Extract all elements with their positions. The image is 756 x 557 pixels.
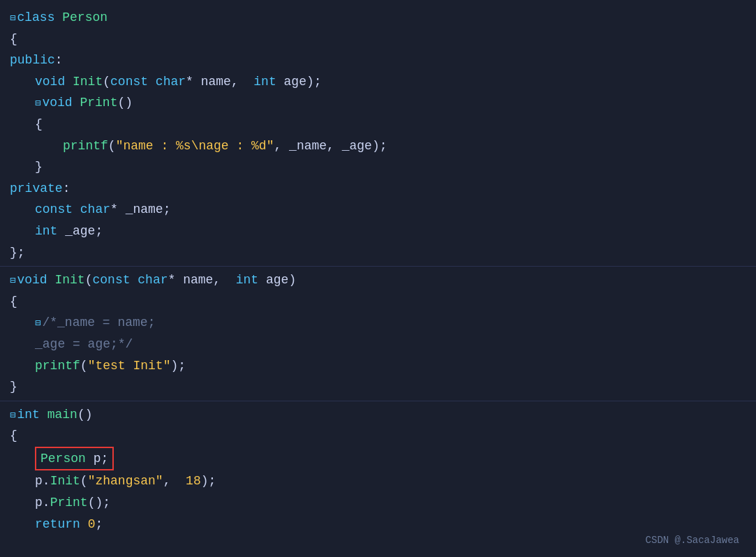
- token-var-name: p: [35, 492, 43, 514]
- token-punctuation: {: [10, 425, 17, 447]
- token-number: 18: [186, 470, 201, 492]
- token-kw-type: void: [42, 92, 80, 114]
- fold-marker[interactable]: ⊟: [10, 10, 15, 27]
- token-fn-name: Print: [80, 92, 117, 114]
- code-line-int-main-def: ⊟int main(): [0, 404, 756, 426]
- code-line-return-stmt: return 0;: [0, 514, 756, 535]
- token-punctuation: (: [103, 71, 110, 93]
- token-punctuation: ,: [231, 71, 253, 93]
- token-punctuation: {: [10, 291, 17, 313]
- code-line-comment-line2: _age = age;*/: [0, 334, 756, 355]
- fold-marker[interactable]: ⊟: [10, 273, 15, 290]
- code-line-p-print-call: p.Print();: [0, 492, 756, 514]
- token-number: 0: [88, 514, 96, 535]
- token-param-name: name: [201, 71, 231, 93]
- token-punctuation: (: [80, 470, 88, 492]
- code-line-init-open-brace: {: [0, 291, 756, 313]
- code-line-print-open-brace: {: [0, 114, 756, 135]
- token-punctuation: ,: [213, 269, 235, 291]
- token-punctuation: (: [80, 355, 88, 377]
- watermark: CSDN @.SacaJawea: [646, 535, 739, 546]
- token-punctuation: ): [288, 269, 296, 291]
- token-kw-type: const: [92, 269, 138, 291]
- fold-marker[interactable]: ⊟: [35, 96, 40, 112]
- code-line-print-decl: ⊟void Print(): [0, 92, 756, 114]
- fold-marker[interactable]: ⊟: [10, 408, 15, 424]
- separator: [0, 266, 756, 267]
- token-punctuation: {: [10, 29, 17, 50]
- token-punctuation: *: [168, 269, 184, 291]
- token-comment: /*_name = name;: [42, 312, 155, 334]
- token-punctuation: .: [43, 492, 50, 514]
- token-kw-type: char: [156, 71, 186, 93]
- code-line-const-char-member: const char* _name;: [0, 199, 756, 221]
- token-kw-type: int: [35, 221, 65, 242]
- token-punctuation: ,: [163, 470, 186, 492]
- token-fn-name: Init: [54, 269, 84, 291]
- code-line-int-age-member: int _age;: [0, 221, 756, 242]
- code-line-print-close-brace: }: [0, 156, 756, 178]
- token-param-name: age: [266, 269, 288, 291]
- token-fn-name: Init: [73, 71, 103, 93]
- token-punctuation: }: [35, 156, 43, 178]
- code-line-init-close-brace: }: [0, 376, 756, 398]
- token-punctuation: ,: [274, 135, 289, 157]
- token-class-name: Person: [40, 452, 94, 466]
- token-member-var: _name: [126, 199, 163, 221]
- token-punctuation: (: [108, 135, 116, 157]
- token-kw-type: char: [80, 199, 110, 221]
- token-var-name: p: [35, 470, 43, 492]
- token-fn-name: main: [47, 404, 77, 426]
- token-kw-access: public: [10, 50, 55, 71]
- code-line-private-label: private:: [0, 178, 756, 200]
- token-punctuation: );: [170, 355, 186, 377]
- token-punctuation: );: [372, 135, 387, 157]
- code-line-printf-test: printf("test Init");: [0, 355, 756, 377]
- token-param-name: age: [284, 71, 306, 93]
- code-line-init-decl: void Init(const char* name, int age);: [0, 71, 756, 93]
- token-punctuation: *: [186, 71, 201, 93]
- token-punctuation: (: [85, 269, 93, 291]
- separator: [0, 401, 756, 401]
- code-line-void-init-def: ⊟void Init(const char* name, int age): [0, 269, 756, 291]
- token-kw-type: int: [17, 404, 47, 426]
- token-punctuation: ;: [101, 452, 108, 466]
- token-member-var: _age: [342, 135, 372, 157]
- token-str-lit: "zhangsan": [88, 470, 163, 492]
- token-fn-name: printf: [63, 135, 108, 157]
- code-line-public-label: public:: [0, 50, 756, 71]
- token-kw-type: const: [35, 199, 80, 221]
- token-punctuation: ;: [163, 199, 171, 221]
- token-punctuation: ;: [95, 221, 103, 242]
- token-punctuation: ;: [95, 514, 103, 535]
- token-kw-access: private: [10, 178, 63, 200]
- token-punctuation: *: [110, 199, 126, 221]
- token-punctuation: :: [63, 178, 71, 200]
- token-punctuation: ,: [327, 135, 342, 157]
- token-fn-name: printf: [35, 355, 80, 377]
- token-kw-type: return: [35, 514, 88, 535]
- code-line-p-init-call: p.Init("zhangsan", 18);: [0, 470, 756, 492]
- token-punctuation: {: [35, 114, 43, 135]
- token-kw-type: int: [253, 71, 283, 93]
- fold-marker[interactable]: ⊟: [35, 315, 40, 332]
- code-line-open-brace-1: {: [0, 29, 756, 50]
- token-punctuation: (): [117, 92, 133, 114]
- code-line-comment-line1: ⊟/*_name = name;: [0, 312, 756, 334]
- token-fn-name: Print: [50, 492, 88, 514]
- token-kw-type: void: [17, 269, 54, 291]
- token-punctuation: (): [77, 404, 93, 426]
- token-kw-class: class: [17, 7, 62, 29]
- code-line-printf-call: printf("name : %s\nage : %d", _name, _ag…: [0, 135, 756, 157]
- token-kw-type: char: [138, 269, 168, 291]
- token-punctuation: :: [55, 50, 63, 71]
- token-var-name: p: [94, 452, 101, 466]
- token-class-name: Person: [62, 7, 108, 29]
- token-punctuation: );: [306, 71, 322, 93]
- token-punctuation: .: [43, 470, 50, 492]
- token-punctuation: };: [10, 242, 25, 264]
- token-punctuation: );: [201, 470, 216, 492]
- token-kw-type: const: [110, 71, 156, 93]
- token-punctuation: ();: [88, 492, 110, 514]
- code-editor: ⊟class Person{public:void Init(const cha…: [0, 0, 756, 542]
